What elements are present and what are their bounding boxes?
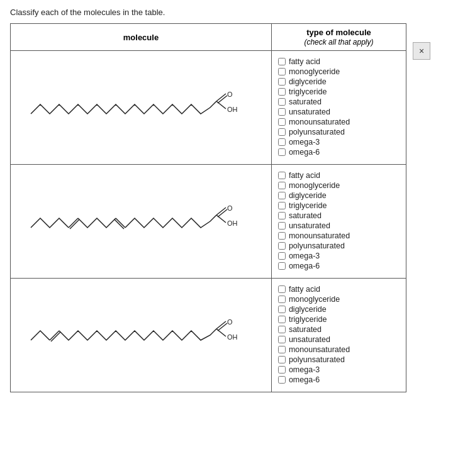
checkbox-r3_monoglyceride[interactable]	[278, 296, 286, 303]
label-r2_unsaturated[interactable]: unsaturated	[289, 221, 330, 230]
checkbox-item: monounsaturated	[278, 345, 400, 354]
main-wrapper: molecule type of molecule (check all tha…	[10, 23, 443, 392]
checkbox-r1_triglyceride[interactable]	[278, 88, 286, 96]
checkbox-r3_fatty_acid[interactable]	[278, 285, 286, 293]
label-r2_diglyceride[interactable]: diglyceride	[289, 191, 327, 200]
checkbox-item: omega-6	[278, 148, 400, 157]
label-r1_triglyceride[interactable]: triglyceride	[289, 87, 327, 96]
label-r1_unsaturated[interactable]: unsaturated	[289, 108, 330, 116]
checkbox-r1_omega6[interactable]	[278, 148, 286, 156]
checkbox-r3_omega6[interactable]	[278, 376, 286, 384]
molecule-cell-3: O OH	[11, 279, 272, 392]
label-r2_omega3[interactable]: omega-3	[289, 252, 320, 260]
svg-text:O: O	[227, 204, 233, 212]
checkbox-r3_unsaturated[interactable]	[278, 336, 286, 343]
label-r2_polyunsaturated[interactable]: polyunsaturated	[289, 241, 345, 250]
checkbox-item: saturated	[278, 97, 400, 106]
type-cell-1: fatty acidmonoglyceridediglyceridetrigly…	[271, 51, 406, 165]
checkbox-item: polyunsaturated	[278, 241, 400, 250]
label-r2_fatty_acid[interactable]: fatty acid	[289, 171, 320, 180]
type-cell-3: fatty acidmonoglyceridediglyceridetrigly…	[271, 279, 406, 392]
checkbox-item: monoglyceride	[278, 67, 400, 76]
checkbox-r2_omega3[interactable]	[278, 252, 286, 260]
label-r2_monoglyceride[interactable]: monoglyceride	[289, 181, 340, 190]
checkbox-r1_fatty_acid[interactable]	[278, 58, 286, 65]
checkbox-r3_omega3[interactable]	[278, 366, 286, 374]
checkbox-item: omega-3	[278, 138, 400, 147]
svg-line-18	[216, 329, 226, 336]
label-r3_monounsaturated[interactable]: monounsaturated	[289, 345, 350, 354]
checkbox-item: omega-3	[278, 365, 400, 374]
checkbox-item: omega-3	[278, 252, 400, 260]
checkbox-item: omega-6	[278, 262, 400, 270]
checkbox-item: omega-6	[278, 375, 400, 384]
molecule-cell-1: O OH	[11, 51, 272, 165]
label-r1_saturated[interactable]: saturated	[289, 97, 322, 106]
label-r2_triglyceride[interactable]: triglyceride	[289, 201, 327, 210]
checkbox-item: polyunsaturated	[278, 128, 400, 136]
checkbox-r1_unsaturated[interactable]	[278, 108, 286, 116]
label-r3_polyunsaturated[interactable]: polyunsaturated	[289, 355, 345, 364]
checkbox-r1_saturated[interactable]	[278, 98, 286, 106]
checkbox-item: triglyceride	[278, 315, 400, 324]
label-r2_monounsaturated[interactable]: monounsaturated	[289, 231, 350, 240]
checkbox-r3_saturated[interactable]	[278, 326, 286, 333]
label-r3_omega3[interactable]: omega-3	[289, 365, 320, 374]
svg-line-8	[115, 219, 124, 229]
checkbox-r1_monoglyceride[interactable]	[278, 68, 286, 75]
label-r3_triglyceride[interactable]: triglyceride	[289, 315, 327, 324]
col1-header: molecule	[11, 24, 272, 51]
svg-text:O: O	[227, 91, 233, 98]
label-r3_unsaturated[interactable]: unsaturated	[289, 335, 330, 344]
checkbox-r2_omega6[interactable]	[278, 262, 286, 270]
svg-line-11	[216, 215, 226, 223]
close-button[interactable]: ×	[413, 42, 430, 60]
checkbox-r2_monoglyceride[interactable]	[278, 182, 286, 189]
checkbox-item: diglyceride	[278, 77, 400, 86]
checkbox-item: triglyceride	[278, 87, 400, 96]
checkbox-item: polyunsaturated	[278, 355, 400, 364]
label-r1_monoglyceride[interactable]: monoglyceride	[289, 67, 340, 76]
svg-text:OH: OH	[227, 333, 238, 341]
checkbox-r2_saturated[interactable]	[278, 212, 286, 219]
checkbox-r2_polyunsaturated[interactable]	[278, 242, 286, 250]
label-r3_monoglyceride[interactable]: monoglyceride	[289, 295, 340, 304]
label-r3_fatty_acid[interactable]: fatty acid	[289, 285, 320, 294]
checkbox-r2_unsaturated[interactable]	[278, 222, 286, 230]
svg-text:OH: OH	[227, 106, 238, 113]
label-r3_diglyceride[interactable]: diglyceride	[289, 305, 327, 314]
checkbox-r1_omega3[interactable]	[278, 138, 286, 146]
checkbox-r2_fatty_acid[interactable]	[278, 172, 286, 179]
checkbox-item: fatty acid	[278, 171, 400, 180]
label-r1_fatty_acid[interactable]: fatty acid	[289, 57, 320, 66]
col2-header-main: type of molecule	[306, 28, 371, 37]
checkbox-r2_triglyceride[interactable]	[278, 202, 286, 209]
label-r1_monounsaturated[interactable]: monounsaturated	[289, 118, 350, 126]
checkbox-r3_diglyceride[interactable]	[278, 306, 286, 313]
label-r1_polyunsaturated[interactable]: polyunsaturated	[289, 128, 345, 136]
checkbox-r2_diglyceride[interactable]	[278, 192, 286, 199]
checkbox-r3_triglyceride[interactable]	[278, 316, 286, 323]
checkbox-item: saturated	[278, 211, 400, 220]
checkbox-r1_monounsaturated[interactable]	[278, 118, 286, 126]
label-r1_diglyceride[interactable]: diglyceride	[289, 77, 327, 86]
col2-header: type of molecule (check all that apply)	[271, 24, 406, 51]
label-r1_omega3[interactable]: omega-3	[289, 138, 320, 147]
checkbox-item: monoglyceride	[278, 181, 400, 190]
label-r3_omega6[interactable]: omega-6	[289, 375, 320, 384]
col2-header-sub: (check all that apply)	[304, 38, 373, 47]
checkbox-item: triglyceride	[278, 201, 400, 210]
label-r1_omega6[interactable]: omega-6	[289, 148, 320, 157]
checkbox-r2_monounsaturated[interactable]	[278, 232, 286, 240]
checkbox-r1_diglyceride[interactable]	[278, 78, 286, 86]
checkbox-item: fatty acid	[278, 285, 400, 294]
label-r3_saturated[interactable]: saturated	[289, 325, 322, 334]
checkbox-r1_polyunsaturated[interactable]	[278, 128, 286, 136]
label-r2_omega6[interactable]: omega-6	[289, 262, 320, 270]
svg-text:O: O	[227, 318, 233, 326]
checkbox-r3_monounsaturated[interactable]	[278, 346, 286, 353]
label-r2_saturated[interactable]: saturated	[289, 211, 322, 220]
svg-line-15	[51, 332, 60, 341]
checkbox-item: saturated	[278, 325, 400, 334]
checkbox-r3_polyunsaturated[interactable]	[278, 356, 286, 363]
